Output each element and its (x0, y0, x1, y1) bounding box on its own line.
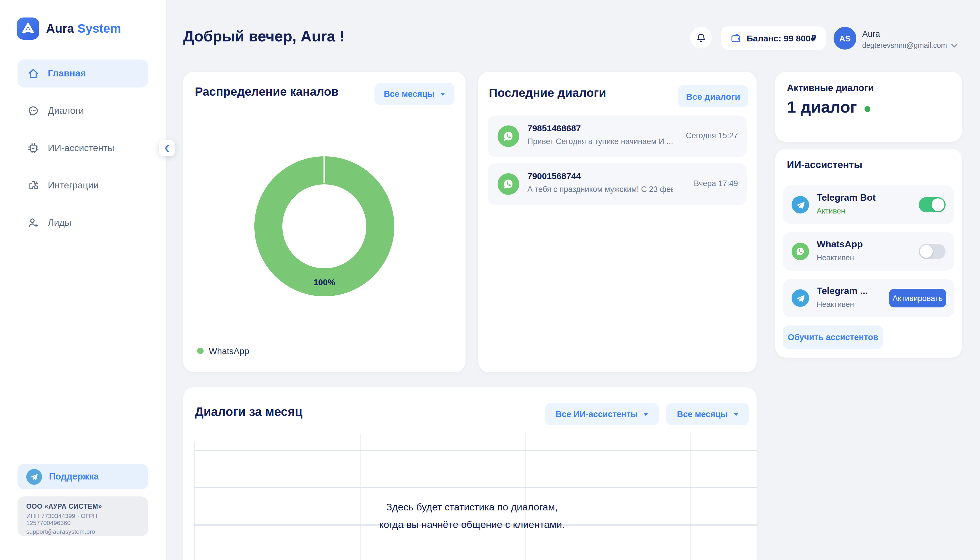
company-requisites: ИНН 7730344399 · ОГРН 1257700496360 (26, 512, 139, 526)
months-filter-value: Все месяцы (677, 410, 728, 419)
online-status-dot (865, 106, 870, 112)
channels-card: Распределение каналов Все месяцы 100% Wh… (183, 72, 465, 372)
balance-label: Баланс: 99 800₽ (747, 33, 817, 43)
company-email: support@aurasystem.pro (26, 528, 139, 535)
chart-empty-line-1: Здесь будет статистика по диалогам, (183, 499, 761, 516)
all-dialogs-button[interactable]: Все диалоги (678, 85, 748, 107)
dialog-phone: 79001568744 (527, 171, 581, 181)
active-dialogs-card: Активные диалоги 1 диалог (775, 72, 962, 142)
assistant-toggle[interactable] (919, 197, 946, 212)
dashboard-page: Aura System Главная Диалоги (0, 0, 980, 560)
company-info: ООО «АУРА СИСТЕМ» ИНН 7730344399 · ОГРН … (18, 497, 148, 536)
user-menu[interactable]: degterevsmm@gmail.com (862, 42, 958, 50)
assistant-row-telegram-bot: Telegram Bot Активен (783, 185, 954, 224)
greeting-title: Добрый вечер, Aura ! (183, 27, 345, 45)
active-dialogs-title: Активные диалоги (787, 83, 874, 93)
wallet-icon (730, 33, 742, 44)
legend-label-whatsapp: WhatsApp (209, 346, 249, 356)
avatar-initials: AS (839, 33, 851, 43)
balance-widget[interactable]: Баланс: 99 800₽ (721, 26, 826, 50)
sidebar-item-label: Лиды (48, 218, 72, 228)
caret-down-icon (644, 413, 648, 416)
bell-icon (696, 32, 706, 43)
assistant-row-telegram-2: Telegram ... Неактивен Активировать (783, 279, 954, 317)
telegram-icon (26, 469, 42, 485)
monthly-dialogs-card: Диалоги за месяц Все ИИ-ассистенты Все м… (183, 387, 757, 560)
assistants-card: ИИ-ассистенты Telegram Bot Активен Whats… (775, 149, 962, 358)
dialog-list-item[interactable]: 79001568744 А тебя с праздником мужским!… (488, 163, 747, 205)
support-button[interactable]: Поддержка (18, 464, 148, 489)
aura-logo-icon (17, 18, 39, 40)
channels-months-dropdown-value: Все месяцы (384, 89, 435, 98)
company-name: ООО «АУРА СИСТЕМ» (26, 503, 139, 510)
recent-dialogs-title: Последние диалоги (489, 86, 606, 100)
dialog-phone: 79851468687 (527, 123, 581, 133)
channels-donut-chart (252, 153, 397, 299)
user-name: Aura (862, 29, 880, 38)
train-assistants-label: Обучить ассистентов (788, 332, 878, 342)
sidebar-item-assistants[interactable]: ИИ-ассистенты (18, 134, 148, 162)
assistant-row-whatsapp: WhatsApp Неактивен (783, 232, 954, 271)
dialog-time: Сегодня 15:27 (686, 131, 738, 140)
sidebar: Aura System Главная Диалоги (0, 0, 167, 560)
chevron-down-icon (951, 43, 958, 48)
chevron-left-icon (163, 144, 171, 152)
avatar[interactable]: AS (833, 27, 856, 50)
brand-logo[interactable]: Aura System (17, 18, 121, 40)
chart-gridline-horizontal (194, 487, 757, 488)
caret-down-icon (733, 413, 738, 416)
brand-word-1: Aura (46, 22, 74, 35)
sidebar-item-integrations[interactable]: Интеграции (18, 172, 148, 200)
monthly-title: Диалоги за месяц (195, 405, 302, 419)
chat-bubble-icon (27, 105, 39, 117)
sidebar-item-home[interactable]: Главная (18, 60, 148, 88)
assistant-toggle[interactable] (919, 244, 946, 259)
donut-center-label: 100% (183, 278, 465, 287)
puzzle-icon (27, 180, 39, 191)
assistants-filter-dropdown[interactable]: Все ИИ-ассистенты (545, 403, 659, 425)
sidebar-item-dialogs[interactable]: Диалоги (18, 97, 148, 125)
assistants-filter-value: Все ИИ-ассистенты (556, 410, 638, 419)
user-email: degterevsmm@gmail.com (862, 42, 947, 50)
chart-gridline-horizontal (194, 450, 757, 451)
sidebar-collapse-button[interactable] (159, 140, 175, 156)
sidebar-item-label: Диалоги (48, 106, 84, 116)
channels-months-dropdown[interactable]: Все месяцы (375, 83, 454, 105)
sidebar-item-label: ИИ-ассистенты (48, 143, 114, 153)
sidebar-item-leads[interactable]: Лиды (18, 209, 148, 237)
assistant-status: Активен (817, 207, 845, 215)
assistants-title: ИИ-ассистенты (787, 159, 862, 171)
home-icon (27, 68, 39, 79)
chart-gridline-vertical (690, 434, 691, 560)
sidebar-nav: Главная Диалоги ИИ-ассистенты (18, 60, 148, 246)
brand-word-2: System (77, 22, 121, 35)
brand-name: Aura System (46, 22, 121, 36)
support-label: Поддержка (49, 471, 99, 482)
activate-assistant-button[interactable]: Активировать (889, 289, 946, 307)
all-dialogs-button-label: Все диалоги (686, 91, 740, 101)
whatsapp-icon (792, 243, 809, 260)
chart-gridline-vertical (525, 434, 526, 560)
assistant-name: Telegram ... (817, 286, 878, 296)
dialog-preview: Привет Сегодня в тупике начинаем И ... (527, 137, 673, 146)
telegram-icon (792, 196, 809, 213)
dialog-preview: А тебя с праздником мужским! С 23 фев... (527, 185, 673, 194)
whatsapp-icon (498, 125, 519, 147)
chart-gridline-vertical (360, 434, 361, 560)
sidebar-item-label: Главная (48, 68, 86, 79)
months-filter-dropdown[interactable]: Все месяцы (666, 403, 749, 425)
train-assistants-button[interactable]: Обучить ассистентов (783, 325, 883, 349)
whatsapp-icon (498, 173, 519, 195)
assistant-status: Неактивен (817, 253, 854, 262)
chart-empty-line-2: когда вы начнёте общение с клиентами. (183, 516, 761, 534)
dialog-time: Вчера 17:49 (694, 179, 738, 188)
chart-legend: WhatsApp (197, 346, 249, 356)
person-plus-icon (27, 217, 39, 229)
notifications-button[interactable] (690, 27, 712, 48)
recent-dialogs-card: Последние диалоги Все диалоги 7985146868… (478, 72, 757, 372)
toggle-knob (932, 198, 944, 211)
chip-icon (27, 142, 39, 154)
dialog-list-item[interactable]: 79851468687 Привет Сегодня в тупике начи… (488, 115, 747, 157)
assistant-name: Telegram Bot (817, 192, 878, 203)
active-dialogs-value: 1 диалог (787, 98, 857, 117)
